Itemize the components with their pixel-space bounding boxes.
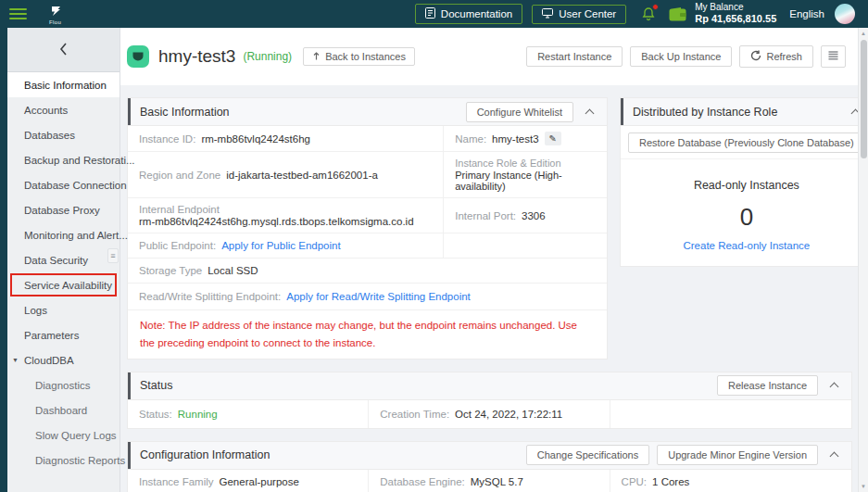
storage-type-value: Local SSD [208,265,258,276]
sidebar-item-label: Data Security [24,255,88,266]
sidebar-item-data-security[interactable]: Data Security [7,247,120,272]
panel-list-toggle-button[interactable] [821,45,846,68]
edit-name-button[interactable]: ✎ [545,132,561,145]
vertical-scrollbar[interactable]: ▲ ▼ [858,28,868,492]
apply-public-endpoint-link[interactable]: Apply for Public Endpoint [221,240,341,251]
sidebar-item-diagnostic-reports[interactable]: Diagnostic Reports [7,448,120,473]
change-specifications-label: Change Specifications [537,449,638,460]
flou-logo: Flou [49,4,61,25]
sidebar-item-dashboard[interactable]: Dashboard [7,397,120,423]
collapse-panel-icon[interactable] [830,452,839,461]
instance-family-value: General-purpose [220,476,299,487]
field-label: Status: [139,409,172,420]
back-arrow-icon [312,51,321,62]
scroll-up-arrow-icon[interactable]: ▲ [861,28,866,38]
sidebar-item-accounts[interactable]: Accounts [7,97,120,122]
readonly-instances-count: 0 [621,203,868,232]
documentation-button[interactable]: Documentation [415,4,522,24]
upgrade-minor-engine-version-button[interactable]: Upgrade Minor Engine Version [657,445,818,465]
status-value: Running [178,409,218,420]
field-label: Database Engine: [380,476,464,487]
hamburger-menu-icon[interactable] [9,8,27,19]
chevron-left-icon [59,43,68,57]
user-center-button[interactable]: User Center [532,5,626,24]
topbar: Flou Documentation User Center My Balanc… [0,0,868,28]
instance-type-icon [127,45,149,68]
notification-bell-icon[interactable] [641,6,656,21]
sidebar-collapse-button[interactable] [7,28,120,72]
sidebar-item-label: Databases [24,130,75,141]
restart-instance-button[interactable]: Restart Instance [526,46,623,67]
collapse-panel-icon[interactable] [830,383,839,392]
sidebar-item-label: Diagnostics [35,380,90,391]
sidebar-item-slow-query-logs[interactable]: Slow Query Logs [7,423,120,448]
field-label: Read/Write Splitting Endpoint: [139,291,281,302]
instance-name-value: hmy-test3 [492,133,539,145]
sidebar-item-logs[interactable]: Logs [7,297,120,322]
wallet-icon[interactable] [669,7,686,21]
endpoint-note: Note: The IP address of the instance may… [128,310,607,359]
field-label: Public Endpoint: [139,240,216,251]
instance-id-value: rm-mb86tvlq2424st6hg [201,133,310,145]
sidebar-item-service-availability[interactable]: Service Availability [7,272,120,297]
sidebar-item-parameters[interactable]: Parameters [7,322,120,347]
restore-database-button[interactable]: Restore Database (Previously Clone Datab… [628,132,865,153]
collapsed-nav-rail [0,28,7,492]
language-selector[interactable]: English [789,8,824,19]
apply-rw-splitting-link[interactable]: Apply for Read/Write Splitting Endpoint [286,291,471,302]
balance-value: Rp 41,656,810.55 [695,13,776,26]
caret-down-icon: ▼ [12,357,19,363]
refresh-icon [750,50,761,63]
restore-database-label: Restore Database (Previously Clone Datab… [639,137,854,148]
internal-port-value: 3306 [522,210,546,221]
change-specifications-button[interactable]: Change Specifications [526,445,649,465]
creation-time-value: Oct 24, 2022, 17:22:11 [455,409,562,420]
distributed-by-instance-role-panel: Distributed by Instance Role Restore Dat… [620,97,868,267]
configure-whitelist-button[interactable]: Configure Whitelist [466,102,573,122]
field-label: Storage Type [139,265,202,276]
back-up-instance-button[interactable]: Back Up Instance [630,46,732,67]
basic-information-panel: Basic Information Configure Whitelist In… [127,97,608,360]
configuration-information-panel: Configuration Information Change Specifi… [127,441,852,492]
balance-display: My Balance Rp 41,656,810.55 [695,2,776,26]
backup-label: Back Up Instance [641,51,721,62]
sidebar-item-database-connection[interactable]: Database Connection [7,172,120,197]
sidebar-item-label: Backup and Restorati... [24,155,135,166]
main-content: hmy-test3 (Running) Back to Instances Re… [120,28,868,492]
sidebar-item-label: Logs [24,305,47,316]
sidebar-item-diagnostics[interactable]: Diagnostics [7,372,120,397]
instance-header: hmy-test3 (Running) Back to Instances Re… [120,28,868,85]
sidebar: Basic Information Accounts Databases Bac… [7,28,120,492]
configure-whitelist-label: Configure Whitelist [477,107,562,118]
sidebar-item-databases[interactable]: Databases [7,122,120,147]
database-engine-value: MySQL 5.7 [471,476,523,487]
refresh-button[interactable]: Refresh [739,45,813,68]
scroll-down-arrow-icon[interactable]: ▼ [861,481,866,491]
release-instance-label: Release Instance [728,380,807,391]
panel-title: Distributed by Instance Role [633,106,777,119]
sidebar-item-backup-and-restoration[interactable]: Backup and Restorati... [7,147,120,172]
sidebar-item-label: Service Availability [24,280,112,291]
sidebar-item-label: Database Connection [24,180,127,191]
flou-logo-icon [50,4,61,19]
sidebar-resize-grip[interactable]: ≡ [107,248,119,263]
create-readonly-instance-link[interactable]: Create Read-only Instance [621,240,868,251]
back-to-instances-button[interactable]: Back to Instances [303,47,415,66]
sidebar-item-basic-information[interactable]: Basic Information [7,72,120,97]
release-instance-button[interactable]: Release Instance [717,375,818,396]
panel-title: Status [140,379,172,392]
list-icon [827,50,839,63]
sidebar-item-label: CloudDBA [24,355,74,366]
sidebar-item-database-proxy[interactable]: Database Proxy [7,197,120,222]
sidebar-item-monitoring-and-alerts[interactable]: Monitoring and Alert... [7,222,120,247]
sidebar-item-label: Monitoring and Alert... [24,230,128,241]
user-avatar[interactable] [835,4,855,24]
field-label: Instance ID: [139,133,195,145]
field-label: Name: [455,133,486,145]
instance-status-badge: (Running) [243,50,292,63]
sidebar-item-clouddba[interactable]: ▼ CloudDBA [7,347,120,372]
scrollbar-thumb[interactable] [861,40,867,158]
sidebar-item-label: Accounts [24,105,68,116]
readonly-instances-title: Read-only Instances [621,179,868,192]
collapse-panel-icon[interactable] [585,108,595,118]
